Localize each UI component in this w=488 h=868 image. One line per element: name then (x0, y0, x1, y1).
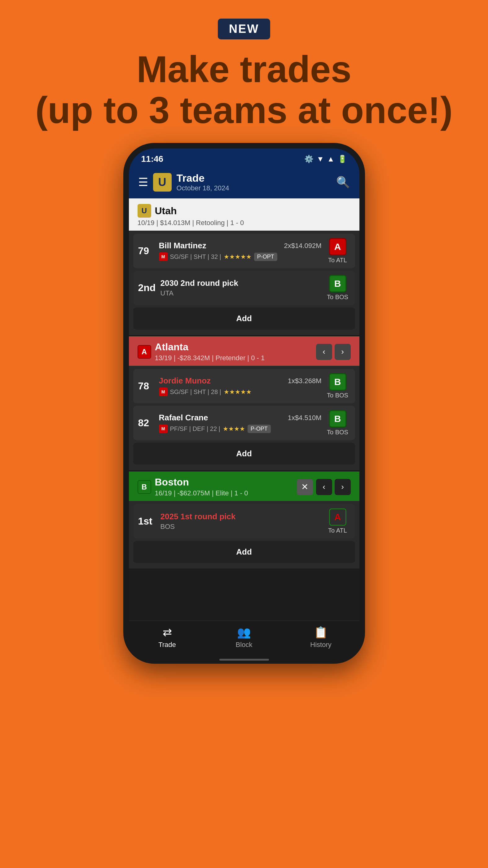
utah-logo-header: U (153, 173, 172, 192)
hamburger-menu-icon[interactable]: ☰ (138, 176, 148, 189)
player-number: 82 (138, 417, 155, 429)
dest-label-atl: To ATL (328, 527, 347, 534)
destination-badge-bos: B To BOS (325, 410, 350, 436)
player-card-rafael-crane[interactable]: 82 Rafael Crane 1x$4.510M M PF/SF | DEF … (133, 406, 355, 440)
atlanta-stats: 13/19 | -$28.342M | Pretender | 0 - 1 (155, 354, 265, 362)
dest-logo-bos: B (329, 410, 347, 428)
gear-icon: ⚙️ (304, 155, 314, 163)
dest-logo-atl-outlined: A (329, 508, 347, 526)
nav-label-block: Block (236, 641, 253, 649)
boston-logo: B (137, 480, 151, 494)
boston-controls: ✕ ‹ › (297, 479, 351, 495)
nav-item-history[interactable]: 📋 History (283, 626, 359, 649)
atlanta-header: A Atlanta 13/19 | -$28.342M | Pretender … (129, 336, 359, 366)
player-contract: 2x$14.092M (284, 242, 321, 250)
destination-badge-bos: B To BOS (325, 373, 350, 399)
player-team-badge: M (159, 252, 168, 261)
pick-name: 2030 2nd round pick (161, 278, 322, 288)
dest-logo-bos: B (329, 275, 347, 292)
pick-round: 2nd (138, 282, 157, 293)
dest-label: To BOS (327, 429, 348, 436)
wifi-icon: ▼ (317, 155, 324, 163)
player-number: 79 (138, 245, 155, 257)
signal-icon: ▲ (327, 155, 335, 163)
battery-icon: 🔋 (338, 155, 347, 163)
atlanta-section: A Atlanta 13/19 | -$28.342M | Pretender … (129, 336, 359, 470)
atlanta-players-area: 78 Jordie Munoz 1x$3.268M M SG/SF | SHT … (129, 366, 359, 470)
atlanta-team-name: Atlanta (155, 341, 265, 353)
header-title-area: Trade October 18, 2024 (176, 172, 331, 192)
player-info: Jordie Munoz 1x$3.268M M SG/SF | SHT | 2… (159, 376, 322, 396)
status-bar: 11:46 ⚙️ ▼ ▲ 🔋 (129, 149, 359, 167)
utah-section: U Utah 10/19 | $14.013M | Retooling | 1 … (129, 198, 359, 335)
block-icon: 👥 (237, 626, 251, 639)
promo-title: Make trades (up to 3 teams at once!) (35, 49, 453, 130)
pick-round: 1st (138, 516, 157, 527)
boston-stats: 16/19 | -$62.075M | Elite | 1 - 0 (155, 489, 248, 497)
player-info: Bill Martinez 2x$14.092M M SG/SF | SHT |… (159, 241, 322, 261)
player-team-badge: M (159, 424, 168, 433)
boston-players-area: 1st 2025 1st round pick BOS A To ATL Add (129, 501, 359, 568)
nav-label-history: History (310, 641, 331, 649)
pick-source: UTA (161, 289, 322, 297)
destination-badge-bos: B To BOS (325, 275, 350, 301)
player-details: SG/SF | SHT | 32 | (170, 253, 221, 260)
boston-section: B Boston 16/19 | -$62.075M | Elite | 1 -… (129, 471, 359, 568)
dest-label-bos: To BOS (327, 293, 348, 301)
dest-logo-atl: A (329, 238, 347, 255)
phone-frame: 11:46 ⚙️ ▼ ▲ 🔋 ☰ U Trade October 18, 202… (123, 143, 365, 664)
utah-team-name: Utah (155, 205, 177, 217)
player-option-badge: P-OPT (254, 253, 277, 261)
player-stars: ★★★★★ (224, 388, 252, 396)
dest-label: To BOS (327, 392, 348, 399)
player-contract: 1x$3.268M (288, 377, 322, 385)
player-details: SG/SF | SHT | 28 | (170, 389, 221, 396)
destination-badge-atl: A To ATL (325, 238, 350, 264)
pick-card-2030-2nd[interactable]: 2nd 2030 2nd round pick UTA B To BOS (133, 271, 355, 305)
player-name: Jordie Munoz (159, 376, 211, 385)
player-name: Bill Martinez (159, 241, 206, 250)
history-icon: 📋 (314, 626, 328, 639)
trade-icon: ⇄ (163, 626, 172, 639)
content-area[interactable]: U Utah 10/19 | $14.013M | Retooling | 1 … (129, 198, 359, 621)
player-stars: ★★★★ (223, 425, 245, 432)
utah-header: U Utah 10/19 | $14.013M | Retooling | 1 … (129, 198, 359, 230)
dest-label: To ATL (328, 257, 347, 264)
player-details: PF/SF | DEF | 22 | (170, 425, 220, 432)
player-card-bill-martinez[interactable]: 79 Bill Martinez 2x$14.092M M SG/SF | SH… (133, 234, 355, 268)
boston-nav-arrows: ‹ › (316, 479, 351, 495)
player-team-badge: M (159, 388, 168, 396)
boston-add-button[interactable]: Add (133, 541, 355, 563)
status-icons: ⚙️ ▼ ▲ 🔋 (304, 155, 347, 163)
player-stars: ★★★★★ (224, 253, 252, 260)
atlanta-nav-arrows: ‹ › (316, 344, 351, 360)
player-option-badge: P-OPT (248, 425, 271, 433)
utah-players-area: 79 Bill Martinez 2x$14.092M M SG/SF | SH… (129, 230, 359, 335)
boston-next-button[interactable]: › (335, 479, 351, 495)
pick-card-2025-1st[interactable]: 1st 2025 1st round pick BOS A To ATL (133, 504, 355, 538)
nav-item-trade[interactable]: ⇄ Trade (129, 626, 206, 649)
atlanta-prev-button[interactable]: ‹ (316, 344, 332, 360)
utah-logo: U (137, 204, 151, 218)
boston-prev-button[interactable]: ‹ (316, 479, 332, 495)
player-info: Rafael Crane 1x$4.510M M PF/SF | DEF | 2… (159, 413, 322, 433)
player-card-jordie-munoz[interactable]: 78 Jordie Munoz 1x$3.268M M SG/SF | SHT … (133, 369, 355, 403)
new-badge: NEW (218, 19, 270, 39)
boston-team-name: Boston (155, 476, 248, 488)
status-time: 11:46 (141, 154, 164, 164)
boston-header: B Boston 16/19 | -$62.075M | Elite | 1 -… (129, 471, 359, 501)
search-icon[interactable]: 🔍 (336, 176, 350, 189)
app-header: ☰ U Trade October 18, 2024 🔍 (129, 167, 359, 198)
pick-name: 2025 1st round pick (161, 512, 322, 521)
dest-logo-bos: B (329, 373, 347, 391)
header-title: Trade (176, 172, 331, 184)
utah-add-button[interactable]: Add (133, 308, 355, 330)
boston-close-button[interactable]: ✕ (297, 479, 313, 495)
player-name: Rafael Crane (159, 413, 208, 423)
atlanta-next-button[interactable]: › (335, 344, 351, 360)
nav-label-trade: Trade (158, 641, 176, 649)
header-subtitle: October 18, 2024 (176, 184, 331, 192)
pick-source: BOS (161, 523, 322, 531)
nav-item-block[interactable]: 👥 Block (206, 626, 283, 649)
atlanta-add-button[interactable]: Add (133, 443, 355, 465)
